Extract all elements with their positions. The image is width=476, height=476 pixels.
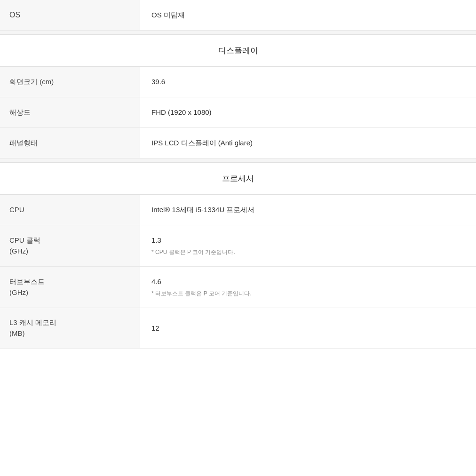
cpu-value: Intel® 13세대 i5-1334U 프로세서 bbox=[140, 195, 476, 225]
panel-type-label: 패널형태 bbox=[0, 128, 140, 158]
panel-type-row: 패널형태 IPS LCD 디스플레이 (Anti glare) bbox=[0, 128, 476, 159]
spacer-1 bbox=[0, 31, 476, 34]
cpu-clock-value: 1.3 * CPU 클럭은 P 코어 기준입니다. bbox=[140, 225, 476, 266]
spacer-2 bbox=[0, 159, 476, 162]
screen-size-value: 39.6 bbox=[140, 67, 476, 97]
page-container: OS OS 미탑재 디스플레이 화면크기 (cm) 39.6 해상도 FHD bbox=[0, 0, 476, 349]
panel-type-value: IPS LCD 디스플레이 (Anti glare) bbox=[140, 128, 476, 158]
os-value: OS 미탑재 bbox=[140, 0, 476, 30]
resolution-value: FHD (1920 x 1080) bbox=[140, 97, 476, 127]
turbo-boost-value: 4.6 * 터보부스트 클럭은 P 코어 기준입니다. bbox=[140, 267, 476, 308]
l3-cache-value: 12 bbox=[140, 308, 476, 348]
l3-cache-label: L3 캐시 메모리(MB) bbox=[0, 308, 140, 348]
display-header: 디스플레이 bbox=[0, 34, 476, 67]
screen-size-label: 화면크기 (cm) bbox=[0, 67, 140, 97]
os-row: OS OS 미탑재 bbox=[0, 0, 476, 31]
os-section: OS OS 미탑재 bbox=[0, 0, 476, 31]
display-section: 디스플레이 화면크기 (cm) 39.6 해상도 FHD (1920 x 108… bbox=[0, 34, 476, 159]
resolution-row: 해상도 FHD (1920 x 1080) bbox=[0, 97, 476, 128]
processor-section: 프로세서 CPU Intel® 13세대 i5-1334U 프로세서 CPU 클… bbox=[0, 162, 476, 349]
os-label: OS bbox=[0, 0, 140, 30]
screen-size-row: 화면크기 (cm) 39.6 bbox=[0, 67, 476, 97]
cpu-clock-row: CPU 클럭(GHz) 1.3 * CPU 클럭은 P 코어 기준입니다. bbox=[0, 225, 476, 267]
cpu-label: CPU bbox=[0, 195, 140, 225]
l3-cache-row: L3 캐시 메모리(MB) 12 bbox=[0, 308, 476, 349]
turbo-boost-row: 터보부스트(GHz) 4.6 * 터보부스트 클럭은 P 코어 기준입니다. bbox=[0, 267, 476, 308]
cpu-row: CPU Intel® 13세대 i5-1334U 프로세서 bbox=[0, 195, 476, 225]
processor-header: 프로세서 bbox=[0, 162, 476, 195]
cpu-clock-label: CPU 클럭(GHz) bbox=[0, 225, 140, 266]
turbo-boost-label: 터보부스트(GHz) bbox=[0, 267, 140, 308]
resolution-label: 해상도 bbox=[0, 97, 140, 127]
